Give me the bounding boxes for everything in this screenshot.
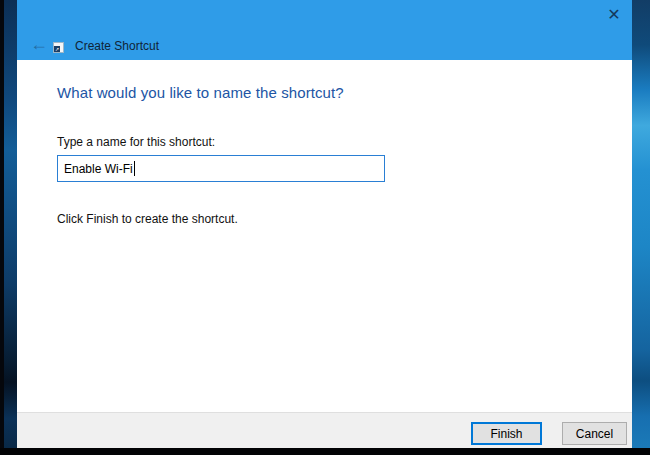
desktop-wallpaper-right <box>632 0 650 448</box>
bottom-dark-strip <box>0 448 650 455</box>
create-shortcut-dialog: ✕ ← ↗ Create Shortcut What would you lik… <box>17 0 632 448</box>
wizard-header: ✕ ← ↗ Create Shortcut <box>17 0 632 60</box>
wizard-content: What would you like to name the shortcut… <box>17 60 632 412</box>
close-button[interactable]: ✕ <box>601 4 627 26</box>
back-arrow-icon: ← <box>30 35 48 53</box>
shortcut-arrow-overlay-icon: ↗ <box>54 46 60 52</box>
back-button[interactable]: ← <box>25 33 53 55</box>
shortcut-name-value: Enable Wi-Fi <box>64 162 133 176</box>
shortcut-name-input[interactable]: Enable Wi-Fi <box>57 155 385 182</box>
name-field-label: Type a name for this shortcut: <box>57 135 215 149</box>
button-bar: Finish Cancel <box>17 412 632 448</box>
finish-instruction: Click Finish to create the shortcut. <box>57 212 238 226</box>
wizard-title: Create Shortcut <box>75 39 159 53</box>
shortcut-wizard-icon: ↗ <box>53 42 64 53</box>
cancel-button[interactable]: Cancel <box>562 422 627 445</box>
desktop-wallpaper-left-edge <box>0 0 4 455</box>
text-caret <box>134 161 135 176</box>
desktop-screen: ✕ ← ↗ Create Shortcut What would you lik… <box>0 0 650 455</box>
close-icon: ✕ <box>607 7 620 23</box>
page-heading: What would you like to name the shortcut… <box>57 84 344 101</box>
finish-button[interactable]: Finish <box>471 422 542 445</box>
